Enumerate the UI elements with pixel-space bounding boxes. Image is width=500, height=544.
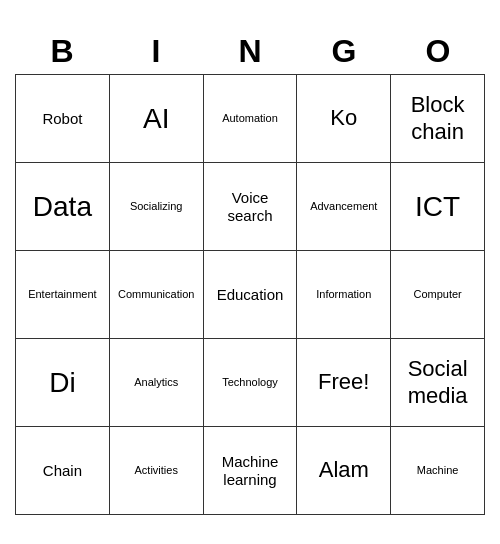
bingo-grid: RobotAIAutomationKoBlock chainDataSocial… xyxy=(15,74,485,515)
cell-r4-c2: Machine learning xyxy=(204,427,298,515)
cell-text-r4-c0: Chain xyxy=(43,462,82,480)
cell-text-r3-c0: Di xyxy=(49,366,75,400)
cell-text-r2-c2: Education xyxy=(217,286,284,304)
cell-r0-c0: Robot xyxy=(16,75,110,163)
cell-text-r1-c3: Advancement xyxy=(310,200,377,213)
cell-text-r1-c0: Data xyxy=(33,190,92,224)
cell-r4-c3: Alam xyxy=(297,427,391,515)
cell-text-r2-c3: Information xyxy=(316,288,371,301)
cell-r3-c0: Di xyxy=(16,339,110,427)
header-letter-o: O xyxy=(391,29,485,74)
cell-text-r1-c4: ICT xyxy=(415,190,460,224)
cell-text-r2-c0: Entertainment xyxy=(28,288,96,301)
cell-r1-c4: ICT xyxy=(391,163,485,251)
cell-r0-c1: AI xyxy=(110,75,204,163)
cell-r2-c4: Computer xyxy=(391,251,485,339)
cell-r0-c4: Block chain xyxy=(391,75,485,163)
cell-r1-c1: Socializing xyxy=(110,163,204,251)
cell-text-r0-c3: Ko xyxy=(330,105,357,131)
cell-r4-c1: Activities xyxy=(110,427,204,515)
cell-text-r0-c0: Robot xyxy=(42,110,82,128)
cell-r4-c4: Machine xyxy=(391,427,485,515)
cell-r2-c1: Communication xyxy=(110,251,204,339)
header-letter-n: N xyxy=(203,29,297,74)
cell-r3-c3: Free! xyxy=(297,339,391,427)
cell-r0-c2: Automation xyxy=(204,75,298,163)
cell-r1-c2: Voice search xyxy=(204,163,298,251)
cell-text-r3-c2: Technology xyxy=(222,376,278,389)
cell-text-r4-c1: Activities xyxy=(134,464,177,477)
cell-text-r0-c1: AI xyxy=(143,102,169,136)
cell-text-r0-c4: Block chain xyxy=(395,92,480,145)
cell-text-r1-c2: Voice search xyxy=(208,189,293,225)
cell-r3-c4: Social media xyxy=(391,339,485,427)
cell-r2-c0: Entertainment xyxy=(16,251,110,339)
bingo-header: BINGO xyxy=(15,29,485,74)
cell-text-r0-c2: Automation xyxy=(222,112,278,125)
bingo-card: BINGO RobotAIAutomationKoBlock chainData… xyxy=(15,29,485,515)
cell-r2-c2: Education xyxy=(204,251,298,339)
cell-r2-c3: Information xyxy=(297,251,391,339)
cell-r1-c3: Advancement xyxy=(297,163,391,251)
cell-text-r2-c1: Communication xyxy=(118,288,194,301)
cell-r3-c2: Technology xyxy=(204,339,298,427)
cell-r1-c0: Data xyxy=(16,163,110,251)
cell-text-r3-c1: Analytics xyxy=(134,376,178,389)
cell-text-r4-c3: Alam xyxy=(319,457,369,483)
cell-text-r1-c1: Socializing xyxy=(130,200,183,213)
header-letter-b: B xyxy=(15,29,109,74)
cell-r3-c1: Analytics xyxy=(110,339,204,427)
cell-r4-c0: Chain xyxy=(16,427,110,515)
header-letter-i: I xyxy=(109,29,203,74)
cell-text-r2-c4: Computer xyxy=(413,288,461,301)
cell-text-r4-c4: Machine xyxy=(417,464,459,477)
header-letter-g: G xyxy=(297,29,391,74)
cell-r0-c3: Ko xyxy=(297,75,391,163)
cell-text-r3-c4: Social media xyxy=(395,356,480,409)
cell-text-r4-c2: Machine learning xyxy=(208,453,293,489)
cell-text-r3-c3: Free! xyxy=(318,369,369,395)
